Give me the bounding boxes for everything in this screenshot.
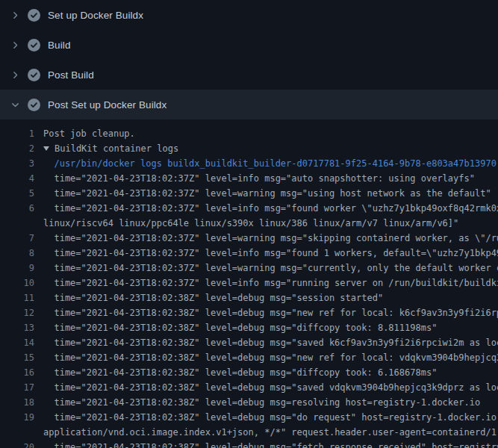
log-text-content: time="2021-04-23T18:02:37Z" level=warnin…: [54, 233, 498, 243]
check-circle-icon: [28, 9, 40, 22]
log-line-text: time="2021-04-23T18:02:37Z" level=info m…: [34, 246, 498, 261]
log-text-content: time="2021-04-23T18:02:38Z" level=debug …: [54, 382, 498, 393]
log-line-number[interactable]: 18: [0, 395, 34, 410]
log-line-number[interactable]: 6: [0, 201, 34, 216]
log-text-content: Post job cleanup.: [43, 128, 135, 139]
log-line-number[interactable]: 7: [0, 231, 34, 246]
chevron-right-icon: [9, 39, 21, 51]
log-line: 17time="2021-04-23T18:02:38Z" level=debu…: [0, 380, 498, 395]
chevron-right-icon: [9, 69, 21, 81]
log-text-content: linux/riscv64 linux/ppc64le linux/s390x …: [43, 218, 458, 228]
log-line-number[interactable]: 14: [0, 335, 34, 350]
log-line-text: Post job cleanup.: [34, 126, 135, 141]
check-circle-icon: [28, 39, 40, 52]
log-line-number[interactable]: 5: [0, 186, 34, 201]
log-line-text: time="2021-04-23T18:02:37Z" level=info m…: [34, 171, 475, 186]
log-line-text: linux/riscv64 linux/ppc64le linux/s390x …: [34, 216, 458, 231]
actions-log-viewer: Set up Docker BuildxBuildPost BuildPost …: [0, 0, 498, 448]
log-line-number: [0, 216, 34, 231]
log-line: application/vnd.oci.image.index.v1+json,…: [0, 425, 498, 440]
log-line: 3/usr/bin/docker logs buildx_buildkit_bu…: [0, 156, 498, 171]
log-line-number[interactable]: 4: [0, 171, 34, 186]
log-text-content: BuildKit container logs: [55, 143, 178, 154]
log-text-content: time="2021-04-23T18:02:38Z" level=debug …: [54, 442, 498, 448]
log-line-text: time="2021-04-23T18:02:37Z" level=info m…: [34, 276, 498, 290]
log-line-number: [0, 425, 34, 440]
log-line: 8time="2021-04-23T18:02:37Z" level=info …: [0, 246, 498, 261]
log-line: 11time="2021-04-23T18:02:38Z" level=debu…: [0, 290, 498, 305]
group-expanded-triangle-icon[interactable]: [43, 146, 49, 151]
step-row[interactable]: Set up Docker Buildx: [0, 0, 498, 30]
log-line-text: time="2021-04-23T18:02:38Z" level=debug …: [34, 290, 383, 305]
log-line: 5time="2021-04-23T18:02:37Z" level=warni…: [0, 186, 498, 201]
log-line-number[interactable]: 2: [0, 141, 34, 156]
log-line-text: time="2021-04-23T18:02:38Z" level=debug …: [34, 395, 480, 410]
log-line-text: BuildKit container logs: [34, 141, 178, 156]
log-group-row[interactable]: 2BuildKit container logs: [0, 141, 498, 156]
step-label: Post Set up Docker Buildx: [48, 99, 166, 111]
chevron-right-icon: [9, 9, 21, 21]
log-line: 20time="2021-04-23T18:02:38Z" level=debu…: [0, 440, 498, 448]
steps-list: Set up Docker BuildxBuildPost BuildPost …: [0, 0, 498, 119]
log-text-content: /usr/bin/docker logs buildx_buildkit_bui…: [54, 158, 496, 169]
log-text-content: time="2021-04-23T18:02:37Z" level=info m…: [54, 173, 475, 184]
log-line-text: time="2021-04-23T18:02:38Z" level=debug …: [34, 305, 498, 320]
log-text-content: time="2021-04-23T18:02:37Z" level=info m…: [54, 278, 498, 288]
step-row[interactable]: Post Set up Docker Buildx: [0, 90, 498, 119]
log-line-number[interactable]: 10: [0, 276, 34, 290]
log-text-content: time="2021-04-23T18:02:37Z" level=warnin…: [54, 188, 491, 199]
log-line-text: application/vnd.oci.image.index.v1+json,…: [34, 425, 498, 440]
log-text-content: time="2021-04-23T18:02:37Z" level=warnin…: [54, 263, 498, 273]
log-line: 12time="2021-04-23T18:02:38Z" level=debu…: [0, 305, 498, 320]
log-line-text: time="2021-04-23T18:02:38Z" level=debug …: [34, 365, 437, 380]
log-line-number[interactable]: 11: [0, 290, 34, 305]
check-circle-icon: [28, 99, 40, 111]
log-line-number[interactable]: 12: [0, 305, 34, 320]
log-line-number[interactable]: 13: [0, 320, 34, 335]
log-text-content: time="2021-04-23T18:02:38Z" level=debug …: [54, 323, 437, 333]
step-label: Build: [48, 40, 71, 51]
log-line-number[interactable]: 3: [0, 156, 34, 171]
log-line-number[interactable]: 16: [0, 365, 34, 380]
log-line-text: time="2021-04-23T18:02:38Z" level=debug …: [34, 380, 498, 395]
log-line: 6time="2021-04-23T18:02:37Z" level=info …: [0, 201, 498, 216]
log-text-content: time="2021-04-23T18:02:37Z" level=info m…: [54, 248, 498, 258]
chevron-down-icon: [9, 99, 21, 111]
log-area: 1Post job cleanup.2BuildKit container lo…: [0, 119, 498, 448]
log-text-content: time="2021-04-23T18:02:38Z" level=debug …: [54, 337, 498, 348]
log-line: 4time="2021-04-23T18:02:37Z" level=info …: [0, 171, 498, 186]
step-row[interactable]: Post Build: [0, 60, 498, 90]
log-line: linux/riscv64 linux/ppc64le linux/s390x …: [0, 216, 498, 231]
log-line: 13time="2021-04-23T18:02:38Z" level=debu…: [0, 320, 498, 335]
log-command-text: /usr/bin/docker logs buildx_buildkit_bui…: [34, 156, 497, 171]
log-line-number[interactable]: 19: [0, 410, 34, 425]
check-circle-icon: [28, 69, 40, 81]
log-line-text: time="2021-04-23T18:02:37Z" level=warnin…: [34, 186, 491, 201]
log-line-number[interactable]: 15: [0, 350, 34, 365]
log-line-number[interactable]: 20: [0, 440, 34, 448]
step-label: Set up Docker Buildx: [48, 10, 143, 21]
log-line: 15time="2021-04-23T18:02:38Z" level=debu…: [0, 350, 498, 365]
log-text-content: time="2021-04-23T18:02:38Z" level=debug …: [54, 293, 383, 303]
log-line-number[interactable]: 1: [0, 126, 34, 141]
step-row[interactable]: Build: [0, 30, 498, 60]
log-text-content: application/vnd.oci.image.index.v1+json,…: [43, 427, 498, 438]
log-line-number[interactable]: 9: [0, 261, 34, 276]
log-line-text: time="2021-04-23T18:02:38Z" level=debug …: [34, 410, 498, 425]
log-line: 9time="2021-04-23T18:02:37Z" level=warni…: [0, 261, 498, 276]
log-line: 1Post job cleanup.: [0, 126, 498, 141]
log-line-number[interactable]: 8: [0, 246, 34, 261]
log-line: 16time="2021-04-23T18:02:38Z" level=debu…: [0, 365, 498, 380]
log-text-content: time="2021-04-23T18:02:37Z" level=info m…: [54, 203, 498, 214]
step-label: Post Build: [48, 69, 94, 81]
log-line-text: time="2021-04-23T18:02:37Z" level=info m…: [34, 201, 498, 216]
log-line-number[interactable]: 17: [0, 380, 34, 395]
log-line: 14time="2021-04-23T18:02:38Z" level=debu…: [0, 335, 498, 350]
log-text-content: time="2021-04-23T18:02:38Z" level=debug …: [54, 308, 498, 318]
log-line: 7time="2021-04-23T18:02:37Z" level=warni…: [0, 231, 498, 246]
log-text-content: time="2021-04-23T18:02:38Z" level=debug …: [54, 397, 480, 408]
log-line-text: time="2021-04-23T18:02:38Z" level=debug …: [34, 335, 498, 350]
log-text-content: time="2021-04-23T18:02:38Z" level=debug …: [54, 352, 498, 363]
log-line-text: time="2021-04-23T18:02:38Z" level=debug …: [34, 320, 437, 335]
log-line-text: time="2021-04-23T18:02:38Z" level=debug …: [34, 440, 498, 448]
